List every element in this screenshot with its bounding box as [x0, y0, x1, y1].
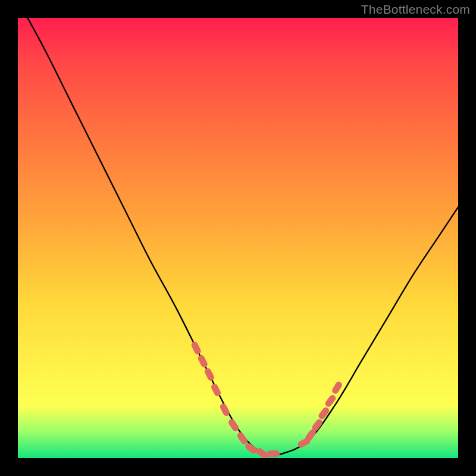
curve-marker	[328, 398, 333, 403]
curve-marker	[195, 345, 198, 351]
curve-group	[18, 18, 458, 455]
curve-marker	[309, 433, 313, 438]
curve-marker	[208, 372, 211, 378]
chart-frame: TheBottleneck.com	[0, 0, 476, 476]
bottleneck-curve	[18, 18, 458, 455]
curve-marker	[249, 446, 254, 450]
watermark-text: TheBottleneck.com	[361, 2, 470, 17]
chart-svg	[18, 18, 458, 458]
curve-marker	[322, 411, 326, 416]
curve-marker	[240, 436, 244, 441]
curve-marker	[223, 407, 226, 413]
curve-marker	[215, 387, 218, 393]
curve-marker	[201, 358, 204, 364]
marker-cluster-right	[301, 385, 339, 444]
curve-marker	[301, 441, 307, 444]
curve-marker	[336, 385, 339, 390]
curve-marker	[315, 422, 320, 428]
curve-marker	[259, 452, 265, 456]
plot-area	[18, 18, 458, 458]
marker-cluster-left	[195, 345, 277, 455]
curve-marker	[232, 422, 236, 428]
